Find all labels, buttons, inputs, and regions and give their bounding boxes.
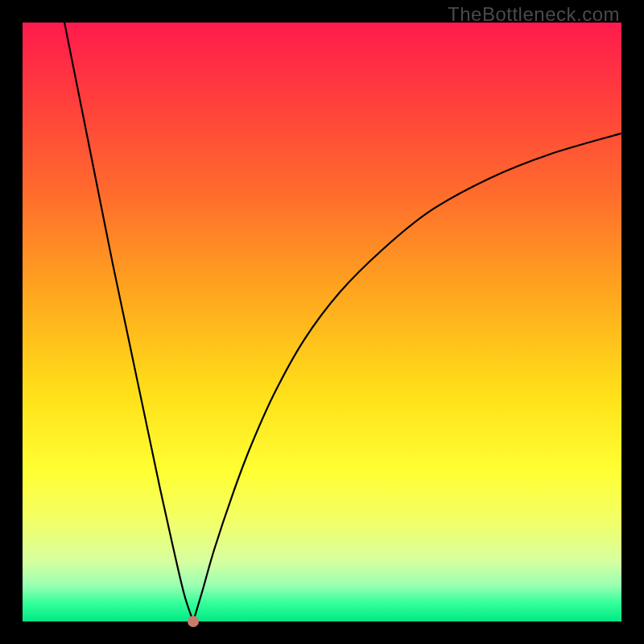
curve-left-branch <box>64 23 193 621</box>
curve-svg <box>23 23 621 621</box>
minimum-marker <box>188 616 199 627</box>
chart-container: TheBottleneck.com <box>0 0 644 644</box>
curve-right-branch <box>193 134 621 621</box>
